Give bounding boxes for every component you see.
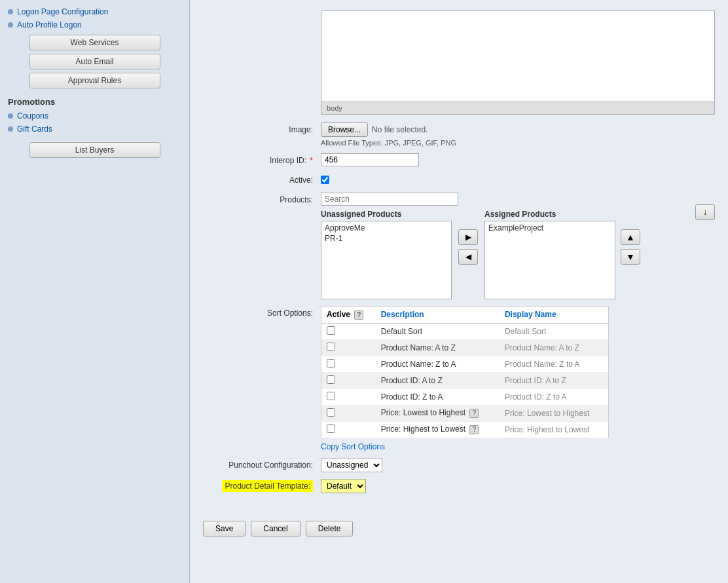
- save-button[interactable]: Save: [203, 521, 246, 536]
- cancel-button[interactable]: Cancel: [251, 521, 300, 536]
- sort-options-table: Active ? Description Display Name Defaul…: [321, 306, 609, 438]
- sidebar-item-auto-profile[interactable]: Auto Profile Logon: [0, 18, 189, 31]
- delete-button[interactable]: Delete: [306, 521, 354, 536]
- sort-checkbox[interactable]: [327, 343, 335, 351]
- punchout-select[interactable]: Unassigned: [321, 458, 382, 472]
- web-services-button[interactable]: Web Services: [29, 35, 160, 50]
- order-buttons: ▲ ▼: [621, 229, 640, 265]
- form-area: body Image: Browse... No file selected. …: [190, 0, 728, 510]
- products-row: Products: Unassigned Products ApproveMe …: [203, 193, 715, 299]
- list-item[interactable]: ExampleProject: [486, 223, 613, 233]
- sort-checkbox[interactable]: [327, 408, 335, 417]
- list-buyers-button[interactable]: List Buyers: [29, 142, 160, 158]
- sort-description-cell: Price: Highest to Lowest ?: [376, 421, 500, 438]
- browse-button[interactable]: Browse...: [321, 122, 368, 137]
- action-buttons: Save Cancel Delete: [190, 510, 728, 547]
- sort-description-cell: Product Name: Z to A: [376, 356, 500, 372]
- promotions-section-title: Promotions: [0, 92, 189, 109]
- list-item[interactable]: ApproveMe: [323, 223, 450, 233]
- interop-label-text: Interop ID:: [270, 156, 306, 165]
- bullet-icon: [8, 126, 13, 132]
- sidebar-nav-label: Auto Profile Logon: [17, 20, 82, 29]
- sort-description-cell: Product Name: A to Z: [376, 339, 500, 356]
- active-checkbox[interactable]: [321, 176, 329, 184]
- image-label: Image:: [203, 122, 321, 134]
- sidebar: Logon Page Configuration Auto Profile Lo…: [0, 0, 190, 583]
- price-high-help-icon[interactable]: ?: [469, 425, 479, 434]
- approval-rules-button[interactable]: Approval Rules: [29, 73, 160, 88]
- list-item[interactable]: PR-1: [323, 233, 450, 244]
- col-display-name: Display Name: [500, 307, 609, 324]
- sort-options-row: Sort Options: Active ? Description Displ…: [203, 306, 715, 451]
- sidebar-nav-label: Gift Cards: [17, 124, 52, 134]
- required-marker: *: [310, 156, 313, 165]
- punchout-value: Unassigned: [321, 458, 715, 472]
- allowed-types-label: Allowed File Types:: [321, 139, 383, 147]
- auto-email-button[interactable]: Auto Email: [29, 54, 160, 69]
- sort-displayname-cell: Product ID: Z to A: [500, 388, 609, 405]
- active-row: Active:: [203, 173, 715, 186]
- main-content: body Image: Browse... No file selected. …: [190, 0, 728, 583]
- price-low-help-icon[interactable]: ?: [469, 409, 479, 418]
- unassigned-container: Unassigned Products ApproveMe PR-1: [321, 210, 452, 299]
- product-detail-value: Default: [321, 479, 715, 493]
- table-row: Default Sort Default Sort: [321, 323, 609, 339]
- table-row: Product ID: A to Z Product ID: A to Z: [321, 372, 609, 388]
- active-help-icon[interactable]: ?: [354, 310, 363, 320]
- interop-value: [321, 153, 715, 166]
- table-row: Product ID: Z to A Product ID: Z to A: [321, 388, 609, 405]
- punchout-label: Punchout Configuration:: [203, 458, 321, 470]
- active-label: Active:: [203, 173, 321, 185]
- products-search-input[interactable]: [321, 193, 458, 206]
- products-value: Unassigned Products ApproveMe PR-1 ▶ ◀: [321, 193, 687, 299]
- sidebar-nav-label: Coupons: [17, 111, 48, 121]
- transfer-left-button[interactable]: ◀: [458, 249, 478, 265]
- transfer-right-button[interactable]: ▶: [458, 229, 478, 245]
- sort-checkbox[interactable]: [327, 326, 335, 335]
- move-down-button[interactable]: ▼: [621, 249, 640, 265]
- unassigned-list[interactable]: ApproveMe PR-1: [321, 221, 452, 299]
- sort-description-cell: Product ID: Z to A: [376, 388, 500, 405]
- sort-displayname-cell: Product Name: A to Z: [500, 339, 609, 356]
- sort-checkbox[interactable]: [327, 392, 335, 400]
- copy-sort-link[interactable]: Copy Sort Options: [321, 442, 715, 451]
- image-row: Image: Browse... No file selected. Allow…: [203, 122, 715, 147]
- product-detail-label-text: Product Detail Template:: [222, 480, 313, 492]
- assigned-container: Assigned Products ExampleProject: [484, 210, 615, 299]
- allowed-types-value: JPG, JPEG, GIF, PNG: [385, 139, 456, 147]
- sort-displayname-cell: Default Sort: [500, 323, 609, 339]
- assigned-list[interactable]: ExampleProject: [484, 221, 615, 299]
- sort-options-label: Sort Options:: [203, 306, 321, 318]
- sort-displayname-cell: Product ID: A to Z: [500, 372, 609, 388]
- scroll-down-button[interactable]: ↓: [695, 204, 715, 220]
- transfer-buttons: ▶ ◀: [454, 229, 482, 265]
- sort-displayname-cell: Price: Lowest to Highest: [500, 405, 609, 421]
- sort-checkbox[interactable]: [327, 424, 335, 433]
- sort-checkbox[interactable]: [327, 375, 335, 384]
- sort-active-cell: [321, 372, 376, 388]
- sort-displayname-cell: Price: Highest to Lowest: [500, 421, 609, 438]
- product-detail-row: Product Detail Template: Default: [203, 479, 715, 493]
- body-editor[interactable]: [321, 10, 715, 102]
- bullet-icon: [8, 113, 13, 119]
- interop-row: Interop ID: *: [203, 153, 715, 166]
- unassigned-label: Unassigned Products: [321, 210, 452, 219]
- bullet-icon: [8, 22, 13, 28]
- col-active-label: Active: [327, 310, 350, 319]
- product-detail-select[interactable]: Default: [321, 479, 366, 493]
- file-info: No file selected.: [372, 125, 428, 134]
- move-up-button[interactable]: ▲: [621, 229, 640, 245]
- sidebar-item-gift-cards[interactable]: Gift Cards: [0, 122, 189, 136]
- table-row: Price: Lowest to Highest ? Price: Lowest…: [321, 405, 609, 421]
- sort-active-cell: [321, 405, 376, 421]
- body-toolbar-label: body: [327, 104, 342, 112]
- sidebar-nav-label: Logon Page Configuration: [17, 7, 108, 16]
- sort-description-cell: Product ID: A to Z: [376, 372, 500, 388]
- sort-checkbox[interactable]: [327, 359, 335, 367]
- image-value: Browse... No file selected. Allowed File…: [321, 122, 715, 147]
- interop-label: Interop ID: *: [203, 153, 321, 165]
- interop-input[interactable]: [321, 153, 419, 166]
- sidebar-item-logon-page[interactable]: Logon Page Configuration: [0, 5, 189, 18]
- col-description: Description: [376, 307, 500, 324]
- sidebar-item-coupons[interactable]: Coupons: [0, 109, 189, 122]
